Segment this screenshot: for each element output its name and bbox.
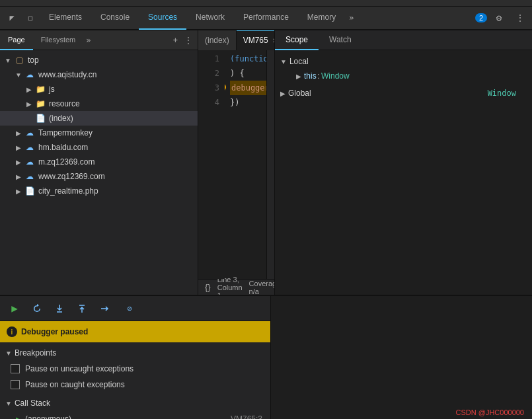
editor-status: {} Line 3, Column 1 Coverage: n/a ▼ xyxy=(198,279,274,295)
debug-toolbar: ▶ ⊘ xyxy=(0,296,270,321)
tree-item-top[interactable]: ▼ ▢ top xyxy=(0,53,198,67)
tabbar-right: 2 ⚙ ⋮ xyxy=(475,9,529,27)
pause-caught-checkbox[interactable] xyxy=(11,380,20,389)
tree-item-resource[interactable]: ▶ 📁 resource xyxy=(0,96,198,111)
breakpoints-header[interactable]: ▼ Breakpoints xyxy=(0,345,270,361)
scope-section-local: ▼ Local ▶ this : Window xyxy=(275,53,532,85)
pause-caught-label: Pause on caught exceptions xyxy=(25,380,125,389)
resume-btn[interactable]: ▶ xyxy=(5,299,24,318)
breakpoint-marker xyxy=(225,83,226,91)
editor-tab-index-label: (index) xyxy=(205,36,229,45)
code-line-3: debugger xyxy=(230,81,261,95)
line2-code: ) { xyxy=(230,66,245,81)
scope-global-val: Window xyxy=(488,89,524,98)
paused-label: Debugger paused xyxy=(21,327,88,336)
tree-item-city[interactable]: ▶ 📄 city_realtime.php xyxy=(0,184,198,198)
scope-item-this[interactable]: ▶ this : Window xyxy=(275,69,532,83)
deactivate-btn[interactable]: ⊘ xyxy=(120,299,139,318)
tree-item-js[interactable]: ▶ 📁 js xyxy=(0,82,198,96)
step-out-btn[interactable] xyxy=(73,299,91,318)
code-line-1: (function anonymous( xyxy=(230,52,261,66)
debugger-keyword: debugger xyxy=(230,81,266,95)
step-over-btn[interactable] xyxy=(28,299,46,318)
arrow-js: ▶ xyxy=(24,86,34,93)
right-bottom: CSDN @JHC000000 xyxy=(271,296,532,419)
scope-tab-scope[interactable]: Scope xyxy=(275,30,319,50)
arrow-tamper: ▶ xyxy=(13,130,24,137)
devtools-tabbar: ◤ ◻ Elements Console Sources Network Per… xyxy=(0,7,532,30)
bottom-section: ▶ ⊘ i Debugger paused xyxy=(0,295,532,419)
call-stack-header[interactable]: ▼ Call Stack xyxy=(0,395,270,411)
new-file-icon[interactable]: + xyxy=(171,34,180,46)
tree-label-tamper: Tampermonkey xyxy=(38,128,93,137)
sidebar: Page Filesystem » + ⋮ ▼ ▢ top ▼ ☁ xyxy=(0,30,198,295)
arrow-wwwzq: ▶ xyxy=(13,173,24,180)
tree-item-wwwzq[interactable]: ▶ ☁ www.zq12369.com xyxy=(0,169,198,184)
debug-panel: ▶ ⊘ i Debugger paused xyxy=(0,296,271,419)
step-into-btn[interactable] xyxy=(50,299,69,318)
scrollbar-vertical[interactable] xyxy=(266,50,274,279)
tab-memory[interactable]: Memory xyxy=(298,6,345,30)
sidebar-tab-more[interactable]: » xyxy=(83,36,93,45)
tab-network[interactable]: Network xyxy=(186,6,234,30)
tab-elements[interactable]: Elements xyxy=(40,6,91,30)
more-tabs-btn[interactable]: » xyxy=(345,6,358,30)
arrow-callstack: ▼ xyxy=(5,400,12,407)
tree-label-js: js xyxy=(49,85,55,94)
cloud-icon-tamper: ☁ xyxy=(24,128,36,137)
sidebar-tabs: Page Filesystem » + ⋮ xyxy=(0,30,198,50)
scope-val-this: Window xyxy=(321,71,350,81)
tree-label-index: (index) xyxy=(49,114,73,123)
pause-caught-row: Pause on caught exceptions xyxy=(0,377,270,393)
frame-location: VM765:3 xyxy=(231,414,270,419)
breakpoints-label: Breakpoints xyxy=(15,348,56,358)
top-section: Page Filesystem » + ⋮ ▼ ▢ top ▼ ☁ xyxy=(0,30,532,295)
tree-item-tamper[interactable]: ▶ ☁ Tampermonkey xyxy=(0,126,198,140)
scope-tabs: Scope Watch xyxy=(275,30,532,50)
tab-sources[interactable]: Sources xyxy=(139,6,186,30)
pause-uncaught-label: Pause on uncaught exceptions xyxy=(25,364,133,373)
call-stack-item-anon[interactable]: ▶ (anonymous) VM765:3 xyxy=(0,411,270,419)
code-line-2: ) { xyxy=(230,66,261,81)
arrow-city: ▶ xyxy=(13,188,24,195)
tab-console[interactable]: Console xyxy=(91,6,139,30)
arrow-global: ▶ xyxy=(280,90,285,97)
cloud-icon-baidu: ☁ xyxy=(24,143,36,152)
editor-tab-index[interactable]: (index) xyxy=(198,30,237,50)
tab-performance[interactable]: Performance xyxy=(234,6,298,30)
settings-icon[interactable]: ⚙ xyxy=(490,9,508,27)
sidebar-overflow-icon[interactable]: ⋮ xyxy=(182,34,195,46)
file-icon-city: 📄 xyxy=(24,186,36,196)
code-area[interactable]: (function anonymous( ) { debugger }) xyxy=(225,50,266,279)
file-tree: ▼ ▢ top ▼ ☁ www.aqistudy.cn ▶ 📁 js xyxy=(0,50,198,295)
tree-item-index[interactable]: 📄 (index) xyxy=(0,111,198,126)
step-btn[interactable] xyxy=(95,299,114,318)
tree-label-top: top xyxy=(28,56,39,65)
tree-label-city: city_realtime.php xyxy=(38,186,98,196)
sidebar-tools: + ⋮ xyxy=(171,34,198,46)
tree-item-baidu[interactable]: ▶ ☁ hm.baidu.com xyxy=(0,140,198,155)
folder-icon-js: 📁 xyxy=(34,85,46,94)
active-frame-icon: ▶ xyxy=(16,416,21,420)
tree-item-mzq[interactable]: ▶ ☁ m.zq12369.com xyxy=(0,155,198,169)
arrow-baidu: ▶ xyxy=(13,144,24,151)
scope-header-local[interactable]: ▼ Local xyxy=(275,54,532,69)
scope-header-global[interactable]: ▶ Global Window xyxy=(275,86,532,100)
line4-code: }) xyxy=(230,95,239,110)
folder-icon-top: ▢ xyxy=(13,56,25,65)
arrow-www: ▼ xyxy=(13,71,24,79)
overflow-icon[interactable]: ⋮ xyxy=(511,9,529,27)
pause-uncaught-checkbox[interactable] xyxy=(11,364,20,373)
scope-tab-watch[interactable]: Watch xyxy=(319,30,362,50)
breakpoint-badge: 2 xyxy=(475,13,487,22)
sidebar-tab-page[interactable]: Page xyxy=(0,30,33,50)
dock-icon[interactable]: ◤ xyxy=(3,9,21,27)
tree-label-www: www.aqistudy.cn xyxy=(38,70,96,79)
tree-item-www[interactable]: ▼ ☁ www.aqistudy.cn xyxy=(0,67,198,82)
kw-function: (function xyxy=(230,52,266,66)
arrow-mzq: ▶ xyxy=(13,159,24,166)
device-icon[interactable]: ◻ xyxy=(21,9,40,27)
sidebar-tab-filesystem[interactable]: Filesystem xyxy=(33,30,84,50)
scope-label-global: Global xyxy=(288,89,311,98)
debug-paused-banner: i Debugger paused xyxy=(0,321,270,342)
